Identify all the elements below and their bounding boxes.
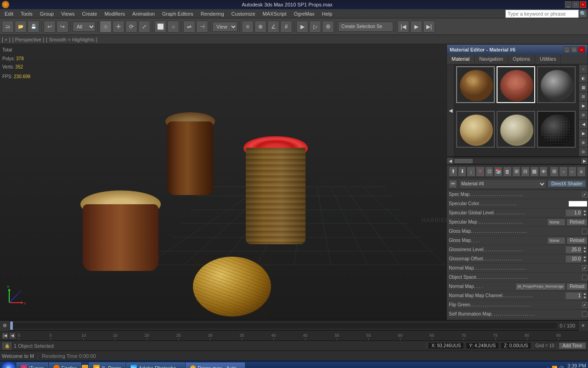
- me-go-back-btn[interactable]: ←: [568, 167, 577, 177]
- scale-btn[interactable]: ⤢: [138, 21, 150, 33]
- me-show-end-result-btn[interactable]: ⊞: [550, 167, 559, 177]
- prop-normal-map-channel-spinner[interactable]: 1 ▲▼: [565, 292, 588, 299]
- tray-icons[interactable]: ▲ 📶 🔊: [546, 366, 564, 368]
- search-btn[interactable]: 🔍: [579, 10, 587, 18]
- me-tab-options[interactable]: Options: [508, 55, 535, 64]
- y-coord[interactable]: Y: 4.248UUS: [466, 342, 499, 349]
- view-dropdown[interactable]: View: [212, 22, 237, 32]
- prop-gloss-map-checkbox[interactable]: [582, 229, 588, 234]
- prev-frame-btn[interactable]: |◀: [397, 21, 409, 33]
- me-show-map-btn[interactable]: 👁: [539, 167, 548, 177]
- redo-btn[interactable]: ↪: [57, 21, 68, 33]
- prop-si-map-reload[interactable]: Reload: [566, 320, 588, 321]
- prop-object-space-checkbox[interactable]: [582, 275, 588, 280]
- me-scroll-left[interactable]: ◀: [447, 64, 454, 156]
- me-paste-btn[interactable]: ⊟: [521, 167, 530, 177]
- me-slot-4[interactable]: [456, 111, 495, 148]
- taskbar-photoshop[interactable]: Ps Adobe Photosho...: [126, 362, 185, 368]
- menu-customize[interactable]: Customize: [228, 10, 259, 17]
- me-put-to-scene-btn[interactable]: ↓: [467, 167, 475, 177]
- save-btn[interactable]: 💾: [28, 21, 40, 33]
- scroll-track[interactable]: [454, 159, 580, 163]
- scroll-right-arrow[interactable]: ▶: [581, 158, 588, 164]
- timeline-thumb[interactable]: [10, 322, 13, 330]
- ruler-icon-1[interactable]: |◀: [2, 333, 8, 339]
- menu-views[interactable]: Views: [57, 10, 78, 17]
- menu-edit[interactable]: Edit: [1, 10, 17, 17]
- new-btn[interactable]: 🗂: [2, 21, 14, 33]
- me-minimize-btn[interactable]: _: [564, 46, 570, 53]
- timeline-config-btn[interactable]: ≡: [578, 321, 588, 331]
- viewport-shading[interactable]: [ Smooth + Highlights ]: [46, 37, 97, 42]
- me-put-library-btn[interactable]: 📚: [494, 167, 503, 177]
- menu-animation[interactable]: Animation: [129, 10, 158, 17]
- z-coord[interactable]: Z: 0.00UUS: [501, 342, 531, 349]
- open-btn[interactable]: 📂: [15, 21, 27, 33]
- menu-create[interactable]: Create: [78, 10, 101, 17]
- lock-icon[interactable]: 🔒: [2, 342, 12, 350]
- me-prev-slot-icon[interactable]: ◀: [579, 120, 588, 129]
- next-frame-btn[interactable]: ▶|: [423, 21, 435, 33]
- prop-flip-green-checkbox[interactable]: [582, 302, 588, 308]
- me-background-icon[interactable]: ▦: [579, 83, 588, 92]
- start-button[interactable]: ⊞: [2, 362, 16, 368]
- close-btn[interactable]: ×: [580, 1, 586, 8]
- taskbar-props-max[interactable]: M Props.max - Auto...: [186, 362, 245, 368]
- me-delete-material-btn[interactable]: ✕: [476, 167, 485, 177]
- maximize-btn[interactable]: □: [572, 1, 579, 8]
- x-coord[interactable]: X: 93.246UUS: [428, 342, 464, 349]
- me-go-forward-btn[interactable]: →: [559, 167, 568, 177]
- angle-snap-btn[interactable]: ∠: [267, 21, 279, 33]
- select-btn[interactable]: ⊹: [100, 21, 112, 33]
- menu-modifiers[interactable]: Modifiers: [101, 10, 129, 17]
- menu-help[interactable]: Help: [318, 10, 336, 17]
- me-slot-2[interactable]: [497, 66, 535, 103]
- prop-si-map-value[interactable]: None: [547, 320, 565, 321]
- prop-self-illum-checkbox[interactable]: [582, 311, 588, 317]
- me-sample-type-icon[interactable]: ○: [579, 64, 588, 74]
- prop-specular-map-value[interactable]: None: [547, 218, 565, 226]
- quick-render-btn[interactable]: ▷: [309, 21, 321, 33]
- spinner-snap-btn[interactable]: #: [280, 21, 292, 33]
- search-input[interactable]: [505, 10, 579, 18]
- viewport-bracket[interactable]: [ + ]: [2, 37, 11, 42]
- me-render-map-btn[interactable]: ▦: [530, 167, 539, 177]
- ruler-icon-2[interactable]: ◀: [9, 333, 16, 339]
- me-tab-material[interactable]: Material: [447, 55, 475, 64]
- timeline-settings-btn[interactable]: ⚙: [0, 321, 10, 331]
- prop-glossmap-offset-spinner[interactable]: 10.0 ▲▼: [565, 255, 588, 263]
- prop-gloss-map-reload[interactable]: Reload: [566, 237, 588, 244]
- me-slot-3[interactable]: [537, 66, 576, 103]
- me-next-slot-icon[interactable]: ▶: [579, 129, 588, 138]
- prop-specular-color-swatch[interactable]: [568, 201, 588, 207]
- me-options-icon[interactable]: ⊘: [579, 110, 588, 120]
- ruler-track[interactable]: 051015202530354045505560657075808590: [18, 331, 588, 340]
- me-get-material-btn[interactable]: ⬆: [449, 167, 458, 177]
- prop-normal-map-checkbox[interactable]: [582, 265, 588, 271]
- menu-group[interactable]: Group: [36, 10, 58, 17]
- menu-rendering[interactable]: Rendering: [197, 10, 228, 17]
- me-slot-1[interactable]: [456, 66, 495, 103]
- mirror-btn[interactable]: ⇌: [183, 21, 195, 33]
- me-put-material-btn[interactable]: ⬇: [458, 167, 467, 177]
- viewport[interactable]: Total Polys: 378 Verts: 352 FPS: 230.699…: [0, 44, 588, 320]
- prop-gloss-map-value[interactable]: None: [547, 237, 565, 244]
- prop-normal-map-reload[interactable]: Reload: [566, 283, 588, 290]
- menu-graph-editors[interactable]: Graph Editors: [158, 10, 197, 17]
- viewport-mode[interactable]: [ Perspective ]: [12, 37, 45, 42]
- me-tab-utilities[interactable]: Utilities: [535, 55, 561, 64]
- taskbar-firefox[interactable]: Firefox: [49, 362, 81, 368]
- me-copy-btn[interactable]: ⊞: [512, 167, 521, 177]
- me-material-name-select[interactable]: Material #6: [459, 179, 546, 189]
- me-material-map-nav-btn[interactable]: ≡: [577, 167, 586, 177]
- align-btn[interactable]: ⊣: [196, 21, 208, 33]
- taskbar-itunes[interactable]: ♪ iTunes: [17, 362, 48, 368]
- scroll-left-arrow[interactable]: ◀: [447, 158, 453, 164]
- me-shader-type-btn[interactable]: DirectX Shader: [548, 180, 586, 187]
- me-shrink-icon[interactable]: ⊖: [579, 147, 588, 156]
- render-setup-btn[interactable]: ⚙: [322, 21, 334, 33]
- me-sample-uv-icon[interactable]: ⊞: [579, 92, 588, 101]
- minimize-btn[interactable]: _: [565, 1, 571, 8]
- prop-specular-global-spinner[interactable]: 1.0 ▲▼: [565, 209, 588, 217]
- me-magnify-icon[interactable]: ⊕: [579, 138, 588, 147]
